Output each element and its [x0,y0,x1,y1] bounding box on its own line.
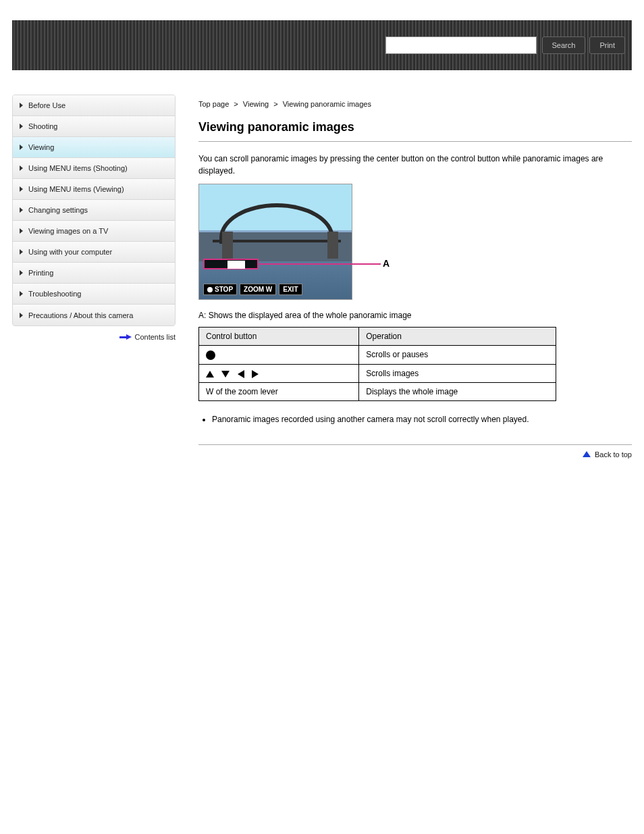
breadcrumb-separator: > [273,100,277,108]
caption-a: A: Shows the displayed area of the whole… [198,311,632,320]
exit-label: EXIT [283,286,298,293]
table-cell-desc: Displays the whole image [359,382,556,400]
contents-list-link[interactable]: Contents list [12,333,176,341]
chevron-right-icon [20,207,23,213]
print-button[interactable]: Print [589,36,625,54]
sidebar-item-label: Changing settings [28,206,88,214]
arrow-down-icon [221,371,230,377]
chevron-right-icon [20,249,23,255]
table-row: W of the zoom lever Displays the whole i… [199,382,556,400]
note-item: Panoramic images recorded using another … [212,413,632,425]
screen-exit-button: EXIT [279,284,302,295]
sidebar-item-computer[interactable]: Using with your computer [13,242,175,263]
sidebar-item-menu-viewing[interactable]: Using MENU items (Viewing) [13,179,175,200]
table-cell-symbol [199,346,359,365]
center-button-icon [206,350,215,360]
table-row: Scrolls images [199,364,556,382]
contents-list-label: Contents list [134,333,176,341]
chevron-right-icon [20,145,23,150]
screen-button-bar: STOP ZOOM W EXIT [203,284,302,295]
breadcrumb: Top page > Viewing > Viewing panoramic i… [198,100,632,108]
sidebar-item-shooting[interactable]: Shooting [13,116,175,137]
arrow-up-icon [206,371,214,377]
sidebar-item-menu-shooting[interactable]: Using MENU items (Shooting) [13,158,175,179]
chevron-right-icon [20,270,23,276]
sidebar-item-label: Shooting [28,122,57,130]
breadcrumb-item[interactable]: Top page [198,100,229,108]
table-row: Scrolls or pauses [199,346,556,365]
sidebar-item-label: Viewing images on a TV [28,227,108,235]
sidebar: Before Use Shooting Viewing Using MENU i… [12,95,176,341]
sidebar-item-label: Using MENU items (Shooting) [28,164,128,172]
header-strip: Search Print [12,20,632,70]
sidebar-item-precautions[interactable]: Precautions / About this camera [13,305,175,325]
table-header-operation: Operation [359,328,556,346]
breadcrumb-separator: > [234,100,238,108]
sidebar-item-printing[interactable]: Printing [13,263,175,284]
display-area-frame [203,259,259,269]
chevron-right-icon [20,186,23,192]
camera-screen-illustration: STOP ZOOM W EXIT [198,184,352,300]
chevron-right-icon [20,165,23,171]
sidebar-item-label: Precautions / About this camera [28,311,133,319]
callout-line [259,263,381,265]
sidebar-item-troubleshooting[interactable]: Troubleshooting [13,284,175,305]
sidebar-item-label: Using with your computer [28,248,112,256]
screen-zoomw-button: ZOOM W [240,284,276,295]
search-button[interactable]: Search [542,36,586,54]
breadcrumb-item[interactable]: Viewing [243,100,269,108]
stop-label: STOP [215,286,233,293]
table-cell-text: W of the zoom lever [199,382,359,400]
sidebar-item-viewing[interactable]: Viewing [13,137,175,158]
sidebar-item-label: Before Use [28,101,65,109]
sidebar-item-tv[interactable]: Viewing images on a TV [13,221,175,242]
sidebar-item-label: Using MENU items (Viewing) [28,185,124,193]
sidebar-nav: Before Use Shooting Viewing Using MENU i… [12,95,176,326]
back-to-top-label: Back to top [595,450,632,459]
table-cell-symbol [199,364,359,382]
arrow-right-icon [252,370,259,378]
sidebar-item-label: Printing [28,269,53,277]
back-to-top-link[interactable]: Back to top [198,444,632,459]
arrow-up-icon [583,451,591,457]
record-dot-icon [207,287,213,292]
chevron-right-icon [20,103,23,108]
chevron-right-icon [20,291,23,296]
zoomw-label: ZOOM W [244,286,272,293]
chevron-right-icon [20,228,23,234]
notes-list: Panoramic images recorded using another … [198,413,632,425]
arrow-left-icon [238,370,244,378]
search-input[interactable] [385,36,537,54]
page-title: Viewing panoramic images [198,120,632,142]
chevron-right-icon [20,124,23,129]
intro-paragraph: You can scroll panoramic images by press… [198,153,632,177]
callout-label-a: A [383,258,390,269]
table-cell-desc: Scrolls or pauses [359,346,556,365]
chevron-right-icon [20,313,23,318]
sidebar-item-changing-settings[interactable]: Changing settings [13,200,175,221]
main-content: Top page > Viewing > Viewing panoramic i… [176,95,632,459]
screen-stop-button: STOP [203,284,237,295]
sidebar-item-label: Troubleshooting [28,290,81,298]
table-cell-desc: Scrolls images [359,364,556,382]
table-header-control: Control button [199,328,359,346]
example-screen-wrap: STOP ZOOM W EXIT A [198,184,632,300]
breadcrumb-item: Viewing panoramic images [283,100,371,108]
sidebar-item-before-use[interactable]: Before Use [13,95,175,116]
operations-table: Control button Operation Scrolls or paus… [198,327,556,401]
sidebar-item-label: Viewing [28,143,54,151]
arrow-right-icon [119,334,130,340]
